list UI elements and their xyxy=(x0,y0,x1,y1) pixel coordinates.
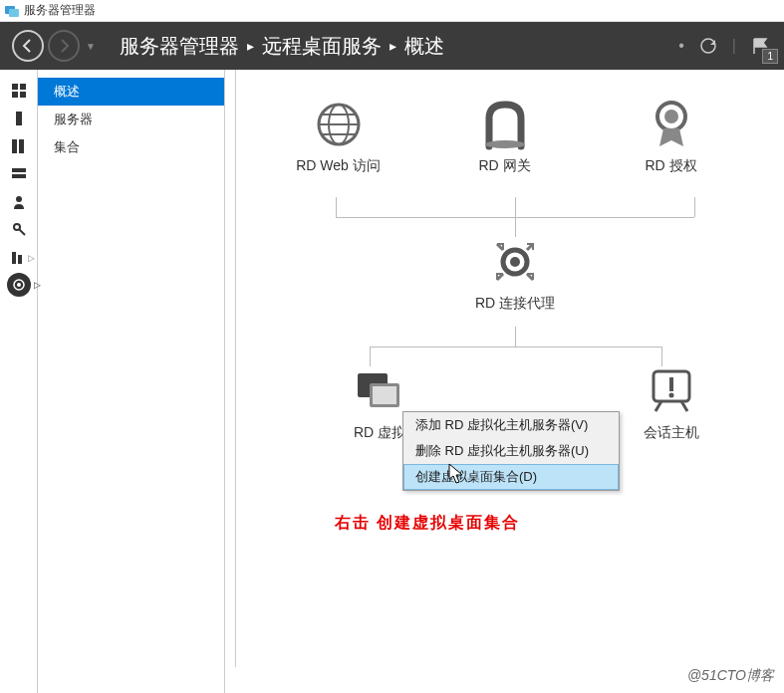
svg-rect-1 xyxy=(9,9,19,17)
titlebar-text: 服务器管理器 xyxy=(24,2,96,19)
node-label: RD 连接代理 xyxy=(475,295,555,313)
connector xyxy=(515,327,516,346)
expand-arrow-icon: ▷ xyxy=(28,253,35,263)
svg-line-14 xyxy=(19,229,25,235)
notifications-button[interactable]: 1 xyxy=(748,34,772,58)
connector xyxy=(661,346,662,366)
gateway-icon xyxy=(480,100,530,149)
svg-point-24 xyxy=(485,140,525,148)
header: ▼ 服务器管理器 ▸ 远程桌面服务 ▸ 概述 • | 1 xyxy=(0,22,784,70)
iconbar-users[interactable] xyxy=(0,189,37,215)
watermark: @51CTO博客 xyxy=(687,667,774,685)
svg-rect-33 xyxy=(669,377,673,391)
svg-rect-16 xyxy=(18,255,22,264)
connector xyxy=(515,197,516,217)
svg-point-12 xyxy=(16,196,22,202)
node-label: RD 虚拟 xyxy=(354,424,405,442)
sh-icon xyxy=(647,366,696,416)
context-menu-add-vh[interactable]: 添加 RD 虚拟化主机服务器(V) xyxy=(403,412,619,438)
svg-rect-4 xyxy=(20,84,26,90)
svg-point-34 xyxy=(669,393,674,398)
svg-rect-5 xyxy=(12,92,18,98)
titlebar: 服务器管理器 xyxy=(0,0,784,22)
svg-point-26 xyxy=(664,110,678,123)
node-label: RD 网关 xyxy=(478,157,530,175)
header-controls: • | 1 xyxy=(678,34,772,58)
node-rd-broker[interactable]: RD 连接代理 xyxy=(455,237,575,313)
iconbar-rds[interactable]: ▷ xyxy=(7,273,31,297)
context-menu: 添加 RD 虚拟化主机服务器(V) 删除 RD 虚拟化主机服务器(U) 创建虚拟… xyxy=(402,411,620,491)
breadcrumb-separator: ▸ xyxy=(390,38,396,54)
svg-rect-9 xyxy=(19,139,24,153)
svg-rect-15 xyxy=(12,252,16,264)
node-rd-license[interactable]: RD 授权 xyxy=(612,100,731,175)
svg-rect-6 xyxy=(20,92,26,98)
context-menu-remove-vh[interactable]: 删除 RD 虚拟化主机服务器(U) xyxy=(403,438,619,464)
connector xyxy=(336,197,337,217)
iconbar-files[interactable]: ▷ xyxy=(0,245,37,271)
svg-point-28 xyxy=(510,257,520,267)
notification-count: 1 xyxy=(762,49,778,64)
breadcrumb-separator: ▸ xyxy=(247,38,254,54)
node-label: RD 授权 xyxy=(645,157,696,175)
breadcrumb-root[interactable]: 服务器管理器 xyxy=(120,33,239,60)
context-menu-label: 添加 RD 虚拟化主机服务器(V) xyxy=(415,417,588,432)
body: ▷ ▷ 概述 服务器 集合 RD Web 访问 RD 网关 xyxy=(0,70,784,693)
svg-rect-7 xyxy=(16,112,22,125)
iconbar-server[interactable] xyxy=(0,106,37,131)
header-bullet: • xyxy=(678,37,684,55)
sidebar-item-overview[interactable]: 概述 xyxy=(38,78,224,106)
iconbar-key[interactable] xyxy=(0,217,37,243)
connector xyxy=(515,217,516,237)
svg-point-2 xyxy=(701,39,715,53)
cursor-icon xyxy=(448,463,466,485)
node-rd-gateway[interactable]: RD 网关 xyxy=(445,100,565,175)
sidebar: 概述 服务器 集合 xyxy=(38,70,225,693)
vh-icon xyxy=(355,366,404,416)
svg-rect-8 xyxy=(12,139,17,153)
context-menu-label: 删除 RD 虚拟化主机服务器(U) xyxy=(415,443,589,458)
connector xyxy=(694,197,695,217)
node-label: RD Web 访问 xyxy=(296,157,381,175)
nav-forward-button[interactable] xyxy=(48,30,80,62)
context-menu-create-collection[interactable]: 创建虚拟桌面集合(D) xyxy=(403,464,619,490)
iconbar-storage[interactable] xyxy=(0,161,37,187)
annotation-text: 右击 创建虚拟桌面集合 xyxy=(335,513,520,534)
app-icon xyxy=(4,3,20,19)
breadcrumb: 服务器管理器 ▸ 远程桌面服务 ▸ 概述 xyxy=(120,33,444,60)
breadcrumb-l1[interactable]: 远程桌面服务 xyxy=(262,33,382,60)
license-icon xyxy=(647,100,696,149)
svg-point-18 xyxy=(17,283,21,287)
node-rd-web[interactable]: RD Web 访问 xyxy=(279,100,398,175)
icon-sidebar: ▷ ▷ xyxy=(0,70,38,693)
connector xyxy=(370,346,371,366)
globe-icon xyxy=(314,100,364,149)
sidebar-item-label: 集合 xyxy=(54,138,80,156)
svg-rect-31 xyxy=(373,386,396,404)
header-divider: | xyxy=(732,37,736,55)
expand-arrow-icon: ▷ xyxy=(34,280,41,290)
context-menu-label: 创建虚拟桌面集合(D) xyxy=(415,469,537,484)
sidebar-item-servers[interactable]: 服务器 xyxy=(38,106,224,133)
iconbar-servers[interactable] xyxy=(0,133,37,159)
connector xyxy=(370,346,661,347)
sidebar-item-label: 服务器 xyxy=(54,111,93,128)
nav-back-button[interactable] xyxy=(12,30,44,62)
nav-dropdown-icon[interactable]: ▼ xyxy=(86,41,96,52)
iconbar-dashboard[interactable] xyxy=(0,78,37,104)
sidebar-item-collections[interactable]: 集合 xyxy=(38,133,224,161)
breadcrumb-l2[interactable]: 概述 xyxy=(404,33,444,60)
svg-rect-3 xyxy=(12,84,18,90)
node-label: 会话主机 xyxy=(644,424,699,442)
broker-icon xyxy=(490,237,540,287)
content: RD Web 访问 RD 网关 RD 授权 xyxy=(225,70,784,693)
node-rd-sh[interactable]: 会话主机 xyxy=(612,366,731,442)
refresh-button[interactable] xyxy=(696,34,720,58)
sidebar-item-label: 概述 xyxy=(54,83,80,101)
svg-rect-10 xyxy=(12,168,26,172)
svg-rect-11 xyxy=(12,174,26,178)
